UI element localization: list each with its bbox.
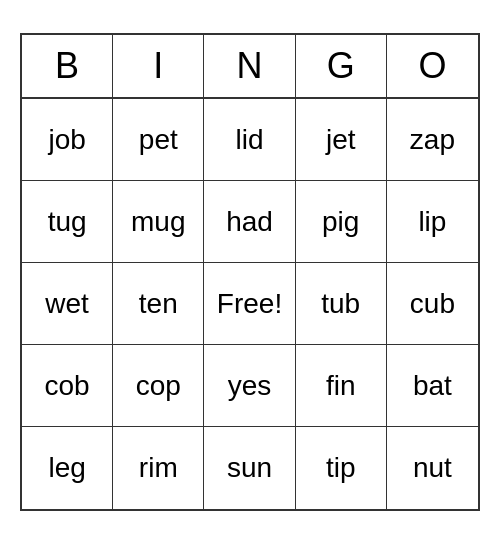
bingo-body: job pet lid jet zap tug mug had pig lip … <box>22 99 478 509</box>
cell-2: lid <box>204 99 295 181</box>
cell-4: zap <box>387 99 478 181</box>
bingo-header: B I N G O <box>22 35 478 99</box>
cell-0: job <box>22 99 113 181</box>
header-n: N <box>204 35 295 97</box>
cell-16: cop <box>113 345 204 427</box>
cell-3: jet <box>296 99 387 181</box>
cell-13: tub <box>296 263 387 345</box>
header-g: G <box>296 35 387 97</box>
cell-15: cob <box>22 345 113 427</box>
header-i: I <box>113 35 204 97</box>
cell-21: rim <box>113 427 204 509</box>
cell-6: mug <box>113 181 204 263</box>
cell-free: Free! <box>204 263 295 345</box>
header-o: O <box>387 35 478 97</box>
cell-8: pig <box>296 181 387 263</box>
cell-14: cub <box>387 263 478 345</box>
bingo-card: B I N G O job pet lid jet zap tug mug ha… <box>20 33 480 511</box>
cell-24: nut <box>387 427 478 509</box>
cell-17: yes <box>204 345 295 427</box>
cell-11: ten <box>113 263 204 345</box>
cell-19: bat <box>387 345 478 427</box>
cell-9: lip <box>387 181 478 263</box>
cell-23: tip <box>296 427 387 509</box>
cell-18: fin <box>296 345 387 427</box>
cell-5: tug <box>22 181 113 263</box>
cell-1: pet <box>113 99 204 181</box>
cell-7: had <box>204 181 295 263</box>
cell-10: wet <box>22 263 113 345</box>
cell-22: sun <box>204 427 295 509</box>
header-b: B <box>22 35 113 97</box>
cell-20: leg <box>22 427 113 509</box>
